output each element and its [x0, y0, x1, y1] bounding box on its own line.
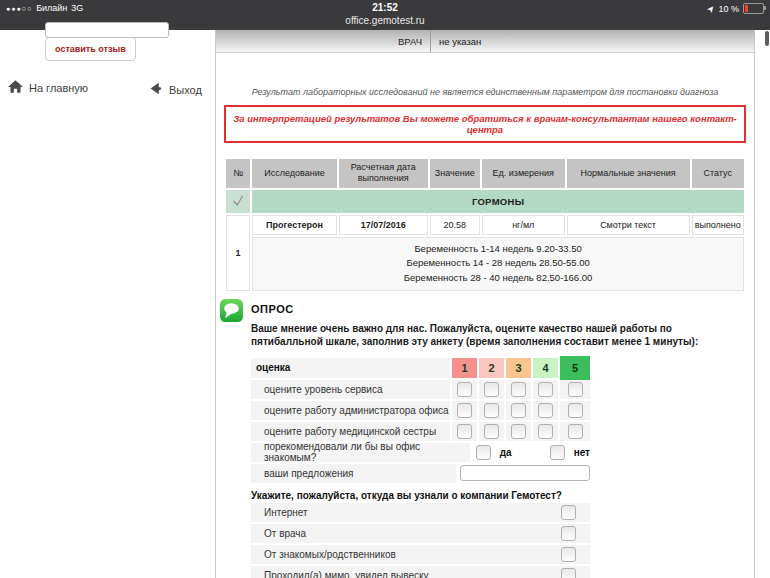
source-option-label: От знакомых/родственников — [251, 549, 561, 560]
rating-cell — [533, 380, 558, 399]
checkbox-service-5[interactable] — [568, 382, 583, 397]
checkbox-source-doctor[interactable] — [561, 526, 576, 541]
checkbox-nurse-2[interactable] — [484, 424, 499, 439]
rating-cell — [560, 422, 590, 441]
rating-cell — [560, 401, 590, 420]
results-disclaimer: Результат лабораторных исследований не я… — [216, 87, 754, 97]
rating-cell — [452, 401, 477, 420]
test-status: выполнено — [692, 215, 744, 235]
col-header-normal: Нормальные значения — [567, 159, 690, 188]
doctor-label: ВРАЧ — [216, 30, 431, 52]
rating-cell — [479, 401, 504, 420]
scale-1: 1 — [452, 358, 477, 378]
sidebar: оставить отзыв На главную Выход — [0, 30, 215, 578]
checkbox-service-4[interactable] — [538, 382, 553, 397]
source-row-friends: От знакомых/родственников — [251, 545, 590, 564]
checkbox-admin-4[interactable] — [538, 403, 553, 418]
rating-cell — [479, 422, 504, 441]
rating-header-row: оценка 1 2 3 4 5 — [251, 358, 590, 378]
rating-cell — [452, 380, 477, 399]
doctor-row: ВРАЧ не указан — [216, 30, 754, 53]
survey-title: ОПРОС — [251, 297, 754, 315]
group-row: ГОРМОНЫ — [226, 190, 744, 213]
rating-header-label: оценка — [251, 358, 450, 378]
source-option-label: Проходил(а) мимо, увидел вывеску — [251, 570, 561, 578]
test-value: 20.58 — [430, 215, 480, 235]
checkbox-admin-5[interactable] — [568, 403, 583, 418]
scale-4: 4 — [533, 358, 558, 378]
rating-cell — [506, 380, 531, 399]
col-header-status: Статус — [692, 159, 744, 188]
checkbox-source-internet[interactable] — [561, 505, 576, 520]
survey-chat-bubble-icon — [220, 299, 243, 326]
survey-intro: Ваше мнение очень важно для нас. Пожалуй… — [251, 322, 713, 348]
recommend-options: да нет — [472, 443, 590, 462]
rating-row-service: оцените уровень сервиса — [251, 380, 590, 399]
survey-section: ОПРОС Ваше мнение очень важно для нас. П… — [224, 297, 754, 578]
rating-row-label: оцените работу медицинской сестры — [251, 422, 450, 441]
clock: 21:52 — [0, 2, 770, 13]
checkbox-nurse-3[interactable] — [511, 424, 526, 439]
test-result-row: 1 Прогестерон 17/07/2016 20.58 нг/мл Смо… — [226, 215, 744, 235]
leave-feedback-button[interactable]: оставить отзыв — [45, 37, 136, 61]
group-label: ГОРМОНЫ — [252, 190, 744, 213]
checkbox-admin-1[interactable] — [457, 403, 472, 418]
col-header-test: Исследование — [252, 159, 337, 188]
checkbox-nurse-4[interactable] — [538, 424, 553, 439]
scale-3: 3 — [506, 358, 531, 378]
partial-scrolled-button — [45, 22, 169, 38]
source-option-label: От врача — [251, 528, 561, 539]
checkbox-admin-2[interactable] — [484, 403, 499, 418]
battery-percent: 10 % — [718, 4, 739, 14]
reference-line: Беременность 14 - 28 недель 28.50-55.00 — [255, 256, 741, 271]
test-unit: нг/мл — [482, 215, 565, 235]
source-option-label: Интернет — [251, 507, 561, 518]
nav-exit-link[interactable]: Выход — [148, 82, 202, 97]
reference-line: Беременность 1-14 недель 9.20-33.50 — [255, 242, 741, 257]
checkbox-service-2[interactable] — [484, 382, 499, 397]
checkbox-service-3[interactable] — [511, 382, 526, 397]
contact-center-notice: За интерпретацией результатов Вы можете … — [224, 105, 746, 143]
checkbox-recommend-yes[interactable] — [476, 445, 491, 460]
results-table: № Исследование Расчетная дата выполнения… — [224, 157, 746, 293]
col-header-unit: Ед. измерения — [482, 159, 565, 188]
main-content-panel: ВРАЧ не указан Результат лабораторных ис… — [215, 30, 755, 578]
checkbox-admin-3[interactable] — [511, 403, 526, 418]
source-question: Укажите, пожалуйста, откуда вы узнали о … — [251, 490, 754, 501]
recommend-row: порекомендовали ли бы вы офис знакомым? … — [251, 443, 590, 462]
rating-row-nurse: оцените работу медицинской сестры — [251, 422, 590, 441]
scale-2: 2 — [479, 358, 504, 378]
rating-cell — [560, 380, 590, 399]
test-name: Прогестерон — [252, 215, 337, 235]
checkbox-recommend-no[interactable] — [550, 445, 565, 460]
source-row-internet: Интернет — [251, 503, 590, 522]
recommend-no-label: нет — [574, 447, 590, 458]
suggestions-input[interactable] — [460, 465, 590, 481]
back-arrow-icon — [148, 82, 163, 97]
scale-5: 5 — [560, 356, 590, 380]
rating-cell — [533, 401, 558, 420]
checkbox-nurse-5[interactable] — [568, 424, 583, 439]
rating-cell — [506, 401, 531, 420]
rating-row-admin: оцените работу администратора офиса — [251, 401, 590, 420]
rating-cell — [506, 422, 531, 441]
nav-home-link[interactable]: На главную — [8, 80, 88, 96]
rating-row-label: оцените работу администратора офиса — [251, 401, 450, 420]
checkbox-source-passedby[interactable] — [561, 568, 576, 578]
recommend-yes-label: да — [500, 447, 512, 458]
row-number: 1 — [226, 215, 250, 291]
exit-label: Выход — [169, 84, 202, 96]
home-icon — [8, 80, 23, 96]
scrollbar-thumb[interactable] — [765, 31, 769, 46]
test-normal: Смотри текст — [567, 215, 690, 235]
doctor-value: не указан — [431, 30, 481, 52]
checkmark-icon — [226, 190, 250, 213]
home-label: На главную — [29, 82, 88, 94]
results-header-row: № Исследование Расчетная дата выполнения… — [226, 159, 744, 188]
checkbox-service-1[interactable] — [457, 382, 472, 397]
battery-info: ➤ 10 % — [707, 3, 764, 14]
col-header-value: Значение — [430, 159, 480, 188]
checkbox-source-friends[interactable] — [561, 547, 576, 562]
reference-row: Беременность 1-14 недель 9.20-33.50 Бере… — [226, 237, 744, 291]
checkbox-nurse-1[interactable] — [457, 424, 472, 439]
